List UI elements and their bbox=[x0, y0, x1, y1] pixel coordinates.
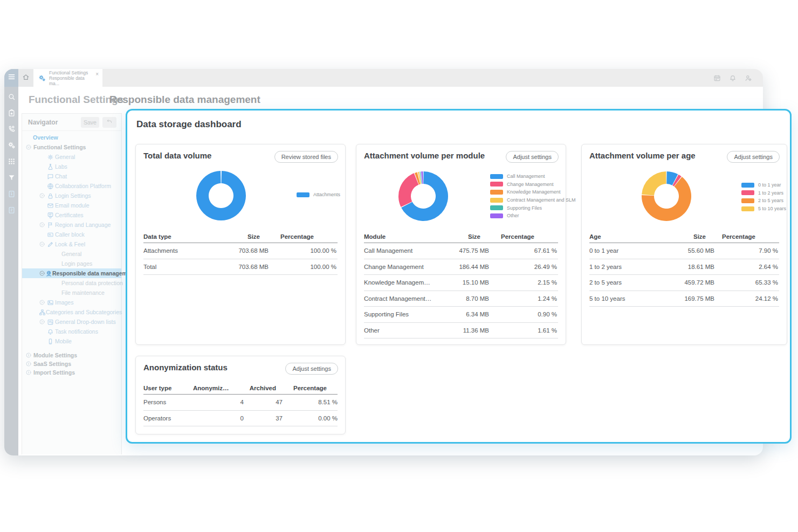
sidebar-item-import-settings[interactable]: Import Settings bbox=[22, 368, 121, 377]
notifications-icon[interactable] bbox=[729, 74, 737, 82]
legend-chip bbox=[490, 213, 503, 218]
sidebar-item-region-and-language[interactable]: Region and Language bbox=[22, 220, 121, 230]
chevron-right-icon[interactable] bbox=[25, 369, 33, 376]
flask-icon bbox=[47, 163, 55, 170]
table-header-row: AgeSizePercentage bbox=[589, 231, 779, 243]
donut-slice bbox=[196, 171, 246, 220]
chevron-down-icon[interactable] bbox=[25, 144, 33, 150]
chevron-right-icon[interactable] bbox=[39, 319, 47, 325]
filter-icon[interactable] bbox=[4, 171, 18, 184]
image-icon bbox=[47, 299, 55, 306]
legend-item: Other bbox=[490, 212, 576, 220]
chevron-right-icon[interactable] bbox=[39, 299, 47, 306]
flag-icon bbox=[47, 222, 55, 229]
navigation-tree: OverviewFunctional SettingsGeneralLabsCh… bbox=[22, 131, 121, 377]
chevron-right-icon[interactable] bbox=[25, 352, 33, 358]
chevron-down-icon[interactable] bbox=[39, 270, 45, 277]
table-cell: 11.36 MB bbox=[432, 327, 490, 334]
sidebar-item-label: Certificates bbox=[55, 212, 84, 218]
column-header: User type bbox=[143, 385, 193, 391]
legend-chip bbox=[297, 192, 309, 197]
call-management-icon[interactable] bbox=[4, 123, 18, 135]
card-title: Attachment volume per module bbox=[364, 151, 485, 160]
sidebar-item-overview[interactable]: Overview bbox=[22, 133, 121, 142]
sidebar-item-label: Chat bbox=[55, 173, 67, 179]
sidebar-item-login-pages[interactable]: Login pages bbox=[22, 259, 121, 268]
gear-icon bbox=[47, 154, 55, 161]
sidebar-item-general[interactable]: General bbox=[22, 249, 121, 259]
home-icon bbox=[22, 73, 30, 83]
sidebar-item-label: Categories and Subcategories bbox=[46, 309, 122, 315]
sidebar-item-caller-block[interactable]: Caller block bbox=[22, 230, 121, 239]
donut-slice bbox=[642, 171, 666, 195]
chevron-right-icon[interactable] bbox=[25, 361, 33, 367]
sidebar-item-login-settings[interactable]: Login Settings bbox=[22, 191, 121, 201]
table-cell: 0.00 % bbox=[284, 415, 339, 422]
review-stored-files-button[interactable]: Review stored files bbox=[274, 151, 338, 163]
ticket-1-icon[interactable]: 1 bbox=[4, 188, 18, 200]
sidebar-item-labs[interactable]: Labs bbox=[22, 162, 121, 171]
svg-text:1: 1 bbox=[10, 192, 12, 196]
chevron-right-icon[interactable] bbox=[39, 192, 47, 199]
sidebar-item-functional-settings[interactable]: Functional Settings bbox=[22, 142, 121, 152]
adjust-settings-button[interactable]: Adjust settings bbox=[506, 151, 559, 163]
sidebar-item-mobile[interactable]: Mobile bbox=[22, 336, 121, 346]
close-icon[interactable]: × bbox=[95, 71, 99, 77]
sidebar-item-chat[interactable]: Chat bbox=[22, 171, 121, 181]
search-icon[interactable] bbox=[4, 91, 18, 103]
sidebar-item-look-feel[interactable]: Look & Feel bbox=[22, 239, 121, 249]
attachment-volume-per-module-card: Attachment volume per module Adjust sett… bbox=[356, 144, 566, 345]
sidebar-item-file-maintenance[interactable]: File maintenance bbox=[22, 288, 121, 298]
sidebar-item-personal-data-protection[interactable]: Personal data protection bbox=[22, 278, 121, 288]
legend-chip bbox=[741, 183, 754, 188]
save-button[interactable]: Save bbox=[81, 117, 99, 128]
chevron-down-icon[interactable] bbox=[39, 241, 47, 247]
sidebar-item-module-settings[interactable]: Module Settings bbox=[22, 351, 121, 360]
sidebar-item-saas-settings[interactable]: SaaS Settings bbox=[22, 360, 121, 368]
sidebar-item-categories-and-subcategories[interactable]: Categories and Subcategories bbox=[22, 307, 121, 317]
table-cell: 186.44 MB bbox=[432, 264, 490, 270]
table-cell: 459.72 MB bbox=[657, 279, 716, 286]
sidebar-item-label: General bbox=[61, 251, 81, 257]
table-cell: Other bbox=[364, 327, 432, 334]
chart-legend: Attachments bbox=[297, 191, 340, 199]
undo-button[interactable] bbox=[102, 117, 116, 128]
page: 12 Functional Settings Responsible data … bbox=[0, 0, 798, 532]
chevron-right-icon[interactable] bbox=[39, 222, 47, 228]
legend-label: Other bbox=[507, 213, 519, 218]
ticket-2-icon[interactable]: 2 bbox=[4, 204, 18, 216]
sidebar-item-task-notifications[interactable]: Task notifications bbox=[22, 327, 121, 336]
settings-icon[interactable] bbox=[4, 139, 18, 151]
table-cell: 0.90 % bbox=[490, 311, 558, 317]
sidebar-item-collaboration-platform[interactable]: Collaboration Platform bbox=[22, 181, 121, 191]
sidebar-item-general[interactable]: General bbox=[22, 152, 121, 162]
home-button[interactable] bbox=[18, 69, 33, 87]
age-table: AgeSizePercentage0 to 1 year55.60 MB7.90… bbox=[589, 231, 779, 307]
tab-functional-settings[interactable]: Functional Settings Responsible data ma.… bbox=[33, 69, 102, 87]
column-header: Data type bbox=[143, 233, 211, 240]
tasks-icon[interactable] bbox=[4, 107, 18, 119]
sidebar-item-general-drop-down-lists[interactable]: General Drop-down lists bbox=[22, 317, 121, 327]
table-cell: 4 bbox=[193, 399, 245, 405]
bells-icon bbox=[47, 328, 55, 335]
legend-item: Change Management bbox=[490, 181, 576, 189]
sidebar-item-certificates[interactable]: Certificates bbox=[22, 210, 121, 220]
sidebar-item-responsible-data-management[interactable]: Responsible data management bbox=[22, 268, 121, 278]
modules-icon[interactable] bbox=[4, 155, 18, 168]
svg-text:2: 2 bbox=[10, 208, 12, 212]
table-cell: 703.68 MB bbox=[211, 264, 270, 270]
table-cell: Knowledge Management bbox=[364, 279, 432, 286]
legend-label: 2 to 5 years bbox=[758, 198, 783, 203]
module-table: ModuleSizePercentageCall Management475.7… bbox=[364, 231, 558, 338]
operator-settings-icon[interactable] bbox=[745, 74, 752, 82]
sidebar-item-label: Email module bbox=[55, 202, 90, 209]
sidebar-item-label: File maintenance bbox=[61, 289, 105, 296]
table-row: Total703.68 MB100.00 % bbox=[143, 259, 338, 275]
adjust-settings-button[interactable]: Adjust settings bbox=[285, 363, 338, 375]
navigator-title: Navigator bbox=[28, 119, 58, 126]
menu-button[interactable] bbox=[4, 69, 18, 87]
sidebar-item-images[interactable]: Images bbox=[22, 298, 121, 307]
plan-board-icon[interactable] bbox=[713, 74, 721, 82]
sidebar-item-email-module[interactable]: Email module bbox=[22, 201, 121, 210]
adjust-settings-button[interactable]: Adjust settings bbox=[727, 151, 780, 163]
